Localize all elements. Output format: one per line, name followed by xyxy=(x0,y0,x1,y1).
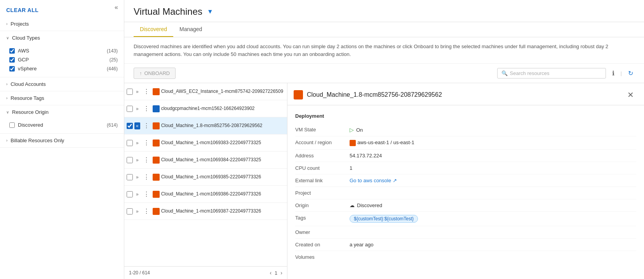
row-checkbox[interactable] xyxy=(127,106,133,112)
filter-item-aws-left: AWS xyxy=(9,48,29,54)
detail-field-val-wrapper: 54.173.72.224 xyxy=(350,153,636,159)
search-input[interactable] xyxy=(510,70,602,76)
sidebar-section-projects-label: Projects xyxy=(10,21,29,27)
row-menu-icon[interactable]: ⋮ xyxy=(142,190,151,199)
table-row[interactable]: » ⋮ Cloud_Machine_1-mcm1069383-222049773… xyxy=(124,134,287,152)
row-type-icon xyxy=(153,208,160,215)
external-link[interactable]: Go to aws console ↗ xyxy=(350,178,636,183)
row-checkbox[interactable] xyxy=(127,208,133,214)
row-expand-icon[interactable]: » xyxy=(134,191,140,198)
sidebar-section-cloud-types: ∨ Cloud Types AWS (143) GCP (25) xyxy=(0,31,124,77)
table-row[interactable]: » ⋮ Cloud_Machine_1-mcm1069385-222049773… xyxy=(124,169,287,186)
row-checkbox[interactable] xyxy=(127,140,133,146)
detail-field-key: CPU count xyxy=(295,165,346,171)
chevron-right-icon-4: › xyxy=(6,138,7,143)
vm-state-value: ▷ On xyxy=(350,127,636,133)
discovered-checkbox[interactable] xyxy=(9,122,15,128)
detail-field-val-wrapper: 1 xyxy=(350,165,636,171)
account-value: aws-us-east-1 / us-east-1 xyxy=(350,140,636,146)
sidebar-section-cloud-accounts-label: Cloud Accounts xyxy=(10,81,45,87)
detail-field-val-wrapper: ${customTest}:${customTest} xyxy=(350,215,636,223)
info-button[interactable]: ℹ xyxy=(611,68,616,78)
row-menu-icon[interactable]: ⋮ xyxy=(142,155,151,164)
detail-close-button[interactable]: ✕ xyxy=(625,89,636,100)
sidebar-section-billable: › Billable Resources Only xyxy=(0,134,124,148)
row-checkbox[interactable] xyxy=(127,157,133,163)
detail-field-key: Owner xyxy=(295,229,346,235)
pagination-text: 1-20 / 614 xyxy=(129,270,150,276)
vsphere-checkbox[interactable] xyxy=(9,66,15,71)
resource-table: » ⋮ Cloud_AWS_EC2_Instance_1-mcm875742-2… xyxy=(124,83,287,266)
resource-list: » ⋮ Cloud_AWS_EC2_Instance_1-mcm875742-2… xyxy=(124,83,287,279)
aws-checkbox[interactable] xyxy=(9,48,15,54)
row-type-icon xyxy=(153,191,160,198)
origin-value: ☁Discovered xyxy=(350,202,636,208)
row-expand-icon[interactable]: » xyxy=(134,105,140,112)
tab-discovered[interactable]: Discovered xyxy=(134,22,173,37)
resource-pagination: 1-20 / 614 ‹ 1 › xyxy=(124,266,287,279)
detail-field-row: Owner xyxy=(295,226,636,239)
row-checkbox[interactable] xyxy=(127,174,133,180)
sidebar-section-resource-origin-header[interactable]: ∨ Resource Origin xyxy=(0,105,124,119)
row-menu-icon[interactable]: ⋮ xyxy=(142,87,151,96)
sidebar-section-billable-header[interactable]: › Billable Resources Only xyxy=(0,134,124,147)
table-row[interactable]: » ⋮ Cloud_Machine_1-mcm1069387-222049773… xyxy=(124,203,287,220)
row-menu-icon[interactable]: ⋮ xyxy=(142,121,151,130)
row-menu-icon[interactable]: ⋮ xyxy=(142,138,151,147)
sidebar-section-cloud-accounts-header[interactable]: › Cloud Accounts xyxy=(0,77,124,91)
filter-item-gcp-left: GCP xyxy=(9,57,29,63)
tab-managed[interactable]: Managed xyxy=(173,22,208,37)
detail-field-key: Volumes xyxy=(295,254,346,260)
row-name: Cloud_Machine_1-mcm1069383-222049773325 xyxy=(161,140,285,146)
sidebar-section-cloud-types-label: Cloud Types xyxy=(12,35,40,41)
search-icon: 🔍 xyxy=(501,70,508,76)
row-expand-icon[interactable]: » xyxy=(134,88,140,95)
onboard-button[interactable]: ↑ ONBOARD xyxy=(134,68,176,79)
next-page-button[interactable]: › xyxy=(280,270,282,276)
detail-field-key: VM State xyxy=(295,127,346,133)
sidebar-section-resource-origin: ∨ Resource Origin Discovered (614) xyxy=(0,105,124,134)
row-name: cloudgcpmachine1-mcm1562-166264923902 xyxy=(161,106,285,112)
clear-all-button[interactable]: CLEAR ALL xyxy=(0,0,124,17)
sidebar-collapse-button[interactable]: « xyxy=(115,4,118,11)
sidebar-section-resource-origin-label: Resource Origin xyxy=(12,109,49,115)
origin-text: Discovered xyxy=(357,202,382,208)
row-expand-icon[interactable]: » xyxy=(134,174,140,181)
row-name: Cloud_Machine_1.8-mcm852756-208729629562 xyxy=(161,123,285,129)
sidebar-section-projects-header[interactable]: › Projects xyxy=(0,17,124,31)
table-row[interactable]: « ⋮ Cloud_Machine_1.8-mcm852756-20872962… xyxy=(124,117,287,134)
discovered-label: Discovered xyxy=(18,122,43,128)
row-expand-icon[interactable]: » xyxy=(134,157,140,164)
chevron-right-icon-3: › xyxy=(6,96,7,100)
row-checkbox[interactable] xyxy=(127,123,133,129)
gcp-checkbox[interactable] xyxy=(9,57,15,63)
row-menu-icon[interactable]: ⋮ xyxy=(142,173,151,181)
detail-resource-icon xyxy=(294,90,303,99)
prev-page-button[interactable]: ‹ xyxy=(270,270,272,276)
vsphere-count: (446) xyxy=(107,66,118,71)
row-menu-icon[interactable]: ⋮ xyxy=(142,207,151,216)
table-row[interactable]: » ⋮ cloudgcpmachine1-mcm1562-16626492390… xyxy=(124,100,287,117)
sidebar-section-resource-tags-header[interactable]: › Resource Tags xyxy=(0,91,124,105)
detail-field-val-wrapper: Go to aws console ↗ xyxy=(350,178,636,183)
row-checkbox[interactable] xyxy=(127,191,133,197)
row-type-icon xyxy=(153,157,160,164)
row-expand-icon[interactable]: » xyxy=(134,140,140,146)
detail-field-key: Address xyxy=(295,153,346,159)
table-row[interactable]: » ⋮ Cloud_Machine_1-mcm1069386-222049773… xyxy=(124,186,287,203)
page-number: 1 xyxy=(275,270,277,276)
row-name: Cloud_Machine_1-mcm1069385-222049773326 xyxy=(161,174,285,180)
row-expand-icon[interactable]: « xyxy=(134,122,140,129)
table-row[interactable]: » ⋮ Cloud_AWS_EC2_Instance_1-mcm875742-2… xyxy=(124,83,287,100)
chevron-right-icon: › xyxy=(6,22,7,26)
row-menu-icon[interactable]: ⋮ xyxy=(142,104,151,113)
refresh-button[interactable]: ↻ xyxy=(627,68,635,78)
account-icon xyxy=(350,140,356,146)
row-name: Cloud_AWS_EC2_Instance_1-mcm875742-20992… xyxy=(161,89,285,95)
sidebar-section-cloud-types-header[interactable]: ∨ Cloud Types xyxy=(0,31,124,45)
aws-label: AWS xyxy=(18,48,29,54)
table-row[interactable]: » ⋮ Cloud_Machine_1-mcm1069384-222049773… xyxy=(124,152,287,169)
row-expand-icon[interactable]: » xyxy=(134,208,140,215)
row-checkbox[interactable] xyxy=(127,89,133,95)
discovered-count: (614) xyxy=(107,122,118,128)
